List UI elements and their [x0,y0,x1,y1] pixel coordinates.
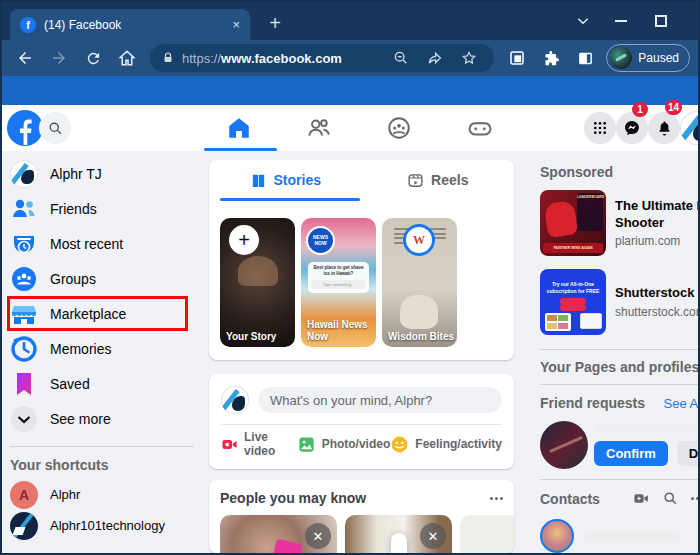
notifications-button[interactable] [648,112,680,144]
feeling-smiley-icon [390,435,409,454]
home-icon [226,115,252,141]
sidebar-item-label: Most recent [50,236,123,252]
more-options-icon[interactable] [490,497,503,500]
sidebar-item-most-recent[interactable]: Most recent [2,226,202,261]
url-host: www.facebook.com [221,51,342,66]
sidebar-item-see-more[interactable]: See more [2,401,202,436]
shortcut-label: Alphr [50,487,80,502]
address-bar[interactable]: https://www.facebook.com [150,44,494,72]
saved-bookmark-icon [10,370,38,398]
chevron-down-icon [10,405,38,433]
tab-reels[interactable]: Reels [362,160,515,200]
dismiss-suggestion-icon[interactable]: ✕ [305,523,331,549]
forward-button[interactable] [44,43,74,73]
status-input[interactable]: What's on your mind, Alphr? [258,387,502,413]
marketplace-highlight-box [7,296,188,331]
profile-avatar[interactable] [680,111,700,145]
side-panel-icon[interactable] [570,43,600,73]
pymk-person-card[interactable]: ✕ [345,515,452,553]
new-tab-button[interactable]: + [262,10,288,36]
nav-tab-home[interactable] [207,113,271,143]
feeling-activity-button[interactable]: Feeling/activity [390,435,502,454]
delete-button[interactable]: Delete [677,441,700,466]
nav-tab-gaming[interactable] [448,113,512,143]
new-room-video-icon[interactable] [633,490,650,507]
story-label: Hawaii News Now [307,319,376,342]
confirm-button[interactable]: Confirm [594,441,668,466]
sidebar-item-profile[interactable]: Alphr TJ [2,156,202,191]
shortcut-label: Alphr101technology [50,518,165,533]
facebook-logo[interactable] [7,110,43,146]
bell-icon [656,120,673,137]
shortcut-alphr[interactable]: A Alphr [2,479,202,510]
messenger-icon [623,119,641,137]
post-composer-card: What's on your mind, Alphr? Live video P… [209,374,514,469]
browser-profile-button[interactable]: Paused [606,44,690,72]
sponsored-ad[interactable]: Try our All-in-One subscription for FREE [532,269,700,335]
photo-video-button[interactable]: Photo/video [297,435,391,454]
sync-paused-label: Paused [638,51,679,65]
composer-avatar[interactable] [221,386,249,414]
shortcut-alphr101technology[interactable]: Alphr101technology [2,510,202,541]
share-icon[interactable] [422,43,448,73]
sidebar-item-label: Memories [50,341,111,357]
facebook-favicon-icon: f [20,17,36,33]
page-top-blue-band [2,76,698,105]
extensions-puzzle-icon[interactable] [536,43,566,73]
sidebar-item-label: See more [50,411,111,427]
nav-tab-friends[interactable] [287,113,351,143]
story-wisdom-bites[interactable]: W Wisdom Bites [382,218,457,347]
gaming-icon [466,114,494,142]
stories-card: Stories Reels + Your Story [209,160,514,360]
groups-blue-icon [10,265,38,293]
story-label: Wisdom Bites [388,331,454,343]
zoom-icon[interactable] [388,43,414,73]
story-photo [238,256,278,286]
right-divider [540,384,700,385]
friend-request-name [596,424,700,433]
home-button[interactable] [112,43,142,73]
people-you-may-know-card: People you may know ✕ ✕ [209,480,514,553]
lock-icon [162,51,174,65]
dismiss-suggestion-icon[interactable]: ✕ [420,523,446,549]
right-sidebar: Sponsored LEADERBOARD PANTHER WINS AGAIN… [532,151,700,555]
tab-title: (14) Facebook [44,18,224,32]
ad-title: The Ultimate Robot Shooter [615,198,700,231]
bookmark-star-icon[interactable] [456,43,482,73]
browser-tab-facebook[interactable]: f (14) Facebook × [10,9,250,40]
see-all-link[interactable]: See All [664,396,700,411]
reading-list-icon[interactable] [502,43,532,73]
messenger-badge: 1 [632,102,648,117]
minimize-button[interactable] [606,2,636,40]
page-content: Alphr TJ Friends Most recent Groups Mark… [2,151,698,553]
reload-button[interactable] [78,43,108,73]
live-video-button[interactable]: Live video [221,430,297,458]
sponsored-title: Sponsored [532,164,700,180]
messenger-button[interactable] [616,112,648,144]
contacts-more-icon[interactable] [691,497,700,500]
contact-row[interactable] [532,519,700,553]
friend-request-avatar[interactable] [540,421,588,469]
back-button[interactable] [10,43,40,73]
sidebar-item-saved[interactable]: Saved [2,366,202,401]
story-your-story[interactable]: + Your Story [220,218,295,347]
apps-menu-button[interactable] [584,112,616,144]
story-hawaii-news-now[interactable]: NEWS NOW Best place to get shave ice in … [301,218,376,347]
sponsored-ad[interactable]: LEADERBOARD PANTHER WINS AGAIN The Ultim… [532,190,700,256]
pymk-person-card[interactable] [460,515,514,553]
ad-domain: shutterstock.com [615,305,700,319]
contact-avatar [540,519,574,553]
search-contacts-icon[interactable] [663,491,678,506]
sidebar-item-groups[interactable]: Groups [2,261,202,296]
pymk-person-card[interactable]: ✕ [220,515,337,553]
sidebar-item-memories[interactable]: Memories [2,331,202,366]
maximize-button[interactable] [646,2,676,40]
tab-search-chevron-icon[interactable] [568,2,598,40]
sidebar-item-friends[interactable]: Friends [2,191,202,226]
nav-tab-groups[interactable] [367,113,431,143]
facebook-search-button[interactable] [39,112,71,144]
tab-close-icon[interactable]: × [232,17,240,32]
notifications-badge: 14 [665,100,682,115]
tab-stories[interactable]: Stories [209,160,362,200]
stories-book-icon [250,172,267,189]
